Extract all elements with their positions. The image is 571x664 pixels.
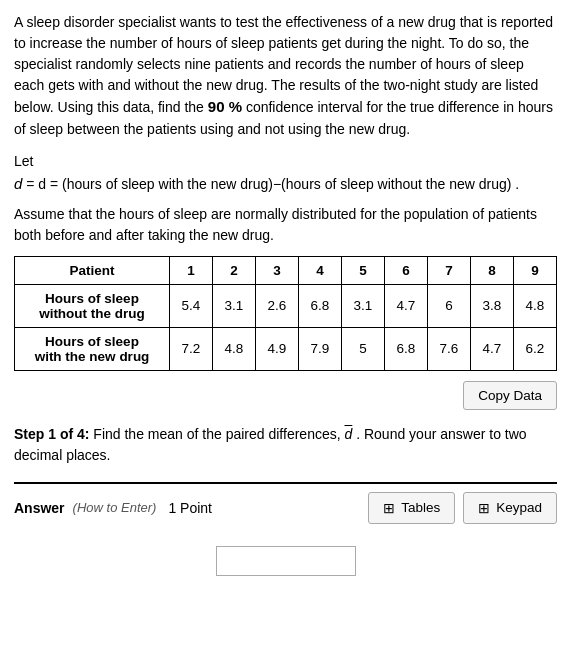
answer-input[interactable] xyxy=(216,546,356,576)
table-col-3: 3 xyxy=(256,256,299,284)
keypad-button[interactable]: ⊞ Keypad xyxy=(463,492,557,524)
bottom-bar: Answer (How to Enter) 1 Point ⊞ Tables ⊞… xyxy=(14,482,557,532)
answer-input-row xyxy=(14,546,557,576)
copy-data-button[interactable]: Copy Data xyxy=(463,381,557,410)
without-val-9: 4.8 xyxy=(514,284,557,327)
table-row-with-drug: Hours of sleep with the new drug 7.2 4.8… xyxy=(15,327,557,370)
with-val-9: 6.2 xyxy=(514,327,557,370)
table-col-9: 9 xyxy=(514,256,557,284)
keypad-btn-label: Keypad xyxy=(496,500,542,515)
point-label: 1 Point xyxy=(168,500,212,516)
with-val-7: 7.6 xyxy=(428,327,471,370)
with-val-1: 7.2 xyxy=(170,327,213,370)
tables-btn-label: Tables xyxy=(401,500,440,515)
intro-paragraph: A sleep disorder specialist wants to tes… xyxy=(14,12,557,140)
tables-button[interactable]: ⊞ Tables xyxy=(368,492,455,524)
d-definition: d = d = (hours of sleep with the new dru… xyxy=(14,172,557,196)
without-val-8: 3.8 xyxy=(471,284,514,327)
without-val-7: 6 xyxy=(428,284,471,327)
with-val-3: 4.9 xyxy=(256,327,299,370)
let-word: Let xyxy=(14,153,33,169)
with-val-6: 6.8 xyxy=(385,327,428,370)
row-header-with: Hours of sleep with the new drug xyxy=(15,327,170,370)
table-header-patient: Patient xyxy=(15,256,170,284)
without-val-5: 3.1 xyxy=(342,284,385,327)
without-val-2: 3.1 xyxy=(213,284,256,327)
without-val-4: 6.8 xyxy=(299,284,342,327)
row-header-without: Hours of sleep without the drug xyxy=(15,284,170,327)
with-val-8: 4.7 xyxy=(471,327,514,370)
with-val-5: 5 xyxy=(342,327,385,370)
keypad-icon: ⊞ xyxy=(478,500,490,516)
table-col-5: 5 xyxy=(342,256,385,284)
table-col-4: 4 xyxy=(299,256,342,284)
copy-data-row: Copy Data xyxy=(14,381,557,410)
without-val-6: 4.7 xyxy=(385,284,428,327)
confidence-value: 90 % xyxy=(208,98,242,115)
with-label2: with the new drug xyxy=(35,349,150,364)
answer-label: Answer xyxy=(14,500,65,516)
d-equals: = xyxy=(26,176,38,192)
with-val-4: 7.9 xyxy=(299,327,342,370)
how-to-enter-label: (How to Enter) xyxy=(73,500,157,515)
with-label1: Hours of sleep xyxy=(45,334,139,349)
step-label: Step 1 of 4: xyxy=(14,426,89,442)
table-col-6: 6 xyxy=(385,256,428,284)
table-col-2: 2 xyxy=(213,256,256,284)
let-section: Let d = d = (hours of sleep with the new… xyxy=(14,150,557,196)
table-col-1: 1 xyxy=(170,256,213,284)
table-col-8: 8 xyxy=(471,256,514,284)
data-table: Patient 1 2 3 4 5 6 7 8 9 Hours of sleep… xyxy=(14,256,557,371)
with-val-2: 4.8 xyxy=(213,327,256,370)
d-variable: d xyxy=(14,175,22,192)
tables-icon: ⊞ xyxy=(383,500,395,516)
table-col-7: 7 xyxy=(428,256,471,284)
assume-content: Assume that the hours of sleep are norma… xyxy=(14,206,537,243)
without-val-1: 5.4 xyxy=(170,284,213,327)
assume-text: Assume that the hours of sleep are norma… xyxy=(14,204,557,246)
step-text-before: Find the mean of the paired differences, xyxy=(93,426,340,442)
step-section: Step 1 of 4: Find the mean of the paired… xyxy=(14,424,557,466)
without-label2: without the drug xyxy=(39,306,145,321)
d-def-text: d = (hours of sleep with the new drug)−(… xyxy=(38,176,519,192)
d-bar-symbol: d xyxy=(344,426,352,442)
without-val-3: 2.6 xyxy=(256,284,299,327)
let-label: Let xyxy=(14,150,557,172)
without-label1: Hours of sleep xyxy=(45,291,139,306)
table-row-without-drug: Hours of sleep without the drug 5.4 3.1 … xyxy=(15,284,557,327)
